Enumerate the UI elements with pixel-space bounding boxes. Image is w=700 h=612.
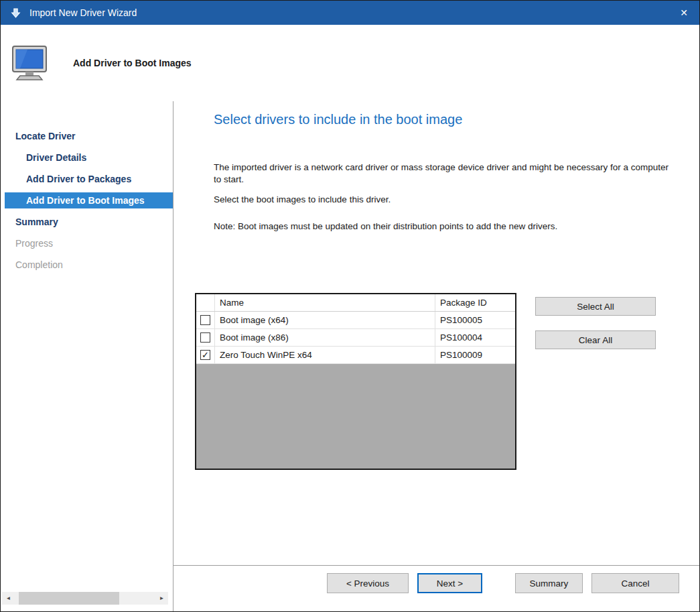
row-checkbox[interactable]: ✓ xyxy=(200,350,210,360)
import-new-driver-wizard-window: Import New Driver Wizard ✕ Add Driver to… xyxy=(0,0,700,612)
step-driver-details: Driver Details xyxy=(1,149,173,166)
table-side-buttons: Select All Clear All xyxy=(535,297,656,364)
wizard-content: Select drivers to include in the boot im… xyxy=(173,101,699,611)
wizard-steps-sidebar: Locate Driver Driver Details Add Driver … xyxy=(1,101,173,611)
row-checkbox[interactable] xyxy=(200,315,210,325)
instruction-text: Select the boot images to include this d… xyxy=(214,194,676,206)
header-title: Add Driver to Boot Images xyxy=(73,58,192,68)
previous-button[interactable]: < Previous xyxy=(327,573,409,593)
step-completion: Completion xyxy=(1,257,173,273)
footer-divider xyxy=(173,565,699,566)
checkbox-cell xyxy=(196,329,215,346)
checkbox-column-header xyxy=(196,294,215,311)
sidebar-horizontal-scrollbar[interactable]: ◄ ► xyxy=(2,592,168,605)
close-icon[interactable]: ✕ xyxy=(669,1,699,25)
step-label: Driver Details xyxy=(26,152,86,163)
scroll-left-arrow-icon[interactable]: ◄ xyxy=(2,592,15,605)
scrollbar-thumb[interactable] xyxy=(19,592,119,605)
table-row[interactable]: ✓ Zero Touch WinPE x64 PS100009 xyxy=(196,347,515,364)
step-progress: Progress xyxy=(1,235,173,251)
cancel-button[interactable]: Cancel xyxy=(591,573,679,593)
note-text: Note: Boot images must be updated on the… xyxy=(214,221,683,233)
wizard-steps-list: Locate Driver Driver Details Add Driver … xyxy=(1,101,173,273)
step-label: Summary xyxy=(15,217,58,227)
row-name: Boot image (x86) xyxy=(215,329,435,346)
table-row[interactable]: Boot image (x64) PS100005 xyxy=(196,312,515,329)
table-header-row: Name Package ID xyxy=(196,294,515,312)
checkbox-cell: ✓ xyxy=(196,347,215,363)
row-name: Zero Touch WinPE x64 xyxy=(215,347,435,363)
wizard-footer-buttons: < Previous Next > Summary Cancel xyxy=(327,573,679,593)
clear-all-button[interactable]: Clear All xyxy=(535,330,656,349)
step-summary: Summary xyxy=(1,214,173,230)
boot-images-table: Name Package ID Boot image (x64) PS10000… xyxy=(195,293,516,470)
step-add-driver-to-boot-images: Add Driver to Boot Images xyxy=(5,192,173,208)
computer-icon xyxy=(11,45,53,81)
row-checkbox[interactable] xyxy=(200,332,210,343)
package-id-column-header[interactable]: Package ID xyxy=(435,294,515,311)
scrollbar-track[interactable] xyxy=(15,592,155,605)
title-bar[interactable]: Import New Driver Wizard ✕ xyxy=(1,1,699,25)
step-label: Add Driver to Packages xyxy=(26,174,131,184)
name-column-header[interactable]: Name xyxy=(215,294,435,311)
step-add-driver-to-packages: Add Driver to Packages xyxy=(1,171,173,187)
step-locate-driver: Locate Driver xyxy=(1,128,173,144)
step-label: Completion xyxy=(15,259,63,270)
scroll-right-arrow-icon[interactable]: ► xyxy=(155,592,168,605)
row-package-id: PS100004 xyxy=(435,329,515,346)
wizard-header: Add Driver to Boot Images xyxy=(1,25,699,101)
description-text: The imported driver is a network card dr… xyxy=(214,162,676,186)
row-name: Boot image (x64) xyxy=(215,312,435,328)
window-title: Import New Driver Wizard xyxy=(29,7,137,18)
step-label: Progress xyxy=(15,238,53,249)
next-button[interactable]: Next > xyxy=(417,573,482,593)
checkbox-cell xyxy=(196,312,215,328)
step-label: Add Driver to Boot Images xyxy=(26,195,145,206)
step-label: Locate Driver xyxy=(15,131,75,141)
table-row[interactable]: Boot image (x86) PS100004 xyxy=(196,329,515,347)
summary-button[interactable]: Summary xyxy=(515,573,583,593)
select-all-button[interactable]: Select All xyxy=(535,297,656,316)
row-package-id: PS100009 xyxy=(435,347,515,363)
page-title: Select drivers to include in the boot im… xyxy=(214,112,462,127)
wizard-icon xyxy=(10,7,21,19)
row-package-id: PS100005 xyxy=(435,312,515,328)
